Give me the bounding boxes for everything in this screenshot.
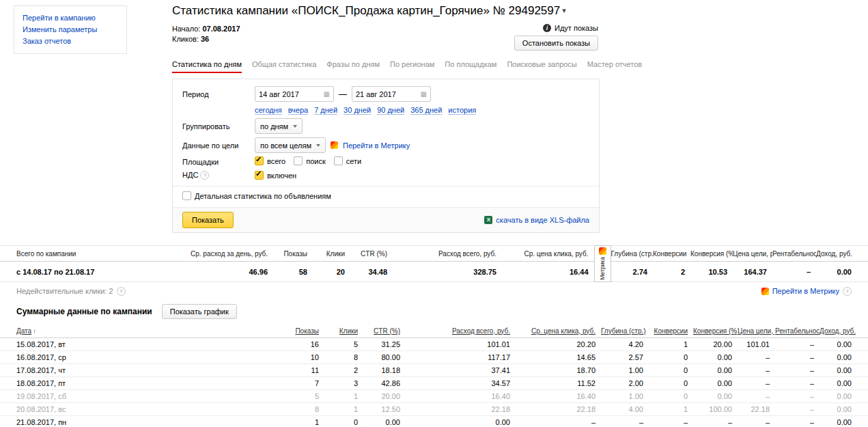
range-link-вчера[interactable]: вчера [288,106,308,115]
value-cell: 0.00 [693,376,738,389]
value-cell: – [649,415,693,427]
metrika-vertical-tab[interactable]: Метрика [594,246,611,282]
range-link-30-дней[interactable]: 30 дней [344,106,371,115]
show-button[interactable]: Показать [182,212,234,228]
daily-col-header-конверсия-(%)[interactable]: Конверсия (%) [693,325,738,338]
tab-мастер-отчетов[interactable]: Мастер отчетов [587,60,642,73]
range-link-7-дней[interactable]: 7 дней [314,106,337,115]
summary-value-cell: 0.00 [816,262,868,281]
range-link-90-дней[interactable]: 90 дней [377,106,404,115]
value-cell: 4.20 [601,338,649,350]
value-cell: – [775,415,820,427]
value-cell: – [601,415,649,427]
value-cell: 0.00 [820,402,868,415]
tab-по-регионам[interactable]: По регионам [390,60,434,73]
value-cell: 22.18 [406,402,516,415]
tab-поисковые-запросы[interactable]: Поисковые запросы [507,60,576,73]
summary-value-cell: 164.37 [733,262,772,281]
show-chart-button[interactable]: Показать график [162,304,237,319]
goal-select[interactable]: по всем целям [255,137,326,153]
table-row: 19.08.2017, сб5120.0016.4016.401.0000.00… [0,389,868,402]
value-cell: 0.00 [693,363,738,376]
main-column: Статистика кампании «ПОИСК_Продажа карти… [172,0,598,233]
grouping-select[interactable]: по дням [255,118,303,134]
value-cell: 1 [649,402,693,415]
summary-col-header: Конверсия (%) [690,246,733,262]
summary-value-cell: 34.48 [350,262,393,281]
go-to-metrika-link[interactable]: Перейти в Метрику ? [761,287,852,296]
order-reports-link[interactable]: Заказ отчетов [23,36,118,47]
value-cell: 1 [287,415,324,427]
value-cell: 101.01 [406,338,516,350]
daily-col-header-дата[interactable]: Дата↑ [0,325,287,338]
help-icon[interactable]: ? [200,171,209,180]
daily-table: Дата↑ПоказыКликиCTR (%)Расход всего, руб… [0,325,868,427]
grouping-label: Группировать [182,122,255,130]
value-cell: – [738,350,775,363]
calendar-icon[interactable]: ▦ [324,90,330,98]
range-link-сегодня[interactable]: сегодня [255,106,282,115]
daily-col-header-ср-цена-клика-руб[interactable]: Ср. цена клика, руб. [516,325,601,338]
value-cell: 0.00 [406,415,516,427]
value-cell: 0.00 [820,350,868,363]
range-link-365-дней[interactable]: 365 дней [410,106,442,115]
vat-included-checkbox[interactable]: включен [255,171,296,180]
value-cell: 14.65 [516,350,601,363]
daily-col-header-доход-руб[interactable]: Доход, руб. [820,325,868,338]
daily-col-header-расход-всего-руб[interactable]: Расход всего, руб. [406,325,516,338]
range-link-история[interactable]: история [448,106,476,115]
platform-checkbox-поиск[interactable]: поиск [294,156,326,165]
daily-col-header-рентабельность[interactable]: Рентабельность [775,325,820,338]
daily-header-row: Дата↑ПоказыКликиCTR (%)Расход всего, руб… [0,325,868,338]
table-row: 20.08.2017, вс8112.5022.1822.184.001100.… [0,402,868,415]
metrika-icon [761,288,769,295]
value-cell: 2.57 [601,350,649,363]
chevron-down-icon [293,125,297,130]
go-to-campaign-link[interactable]: Перейти в кампанию [23,12,118,24]
tab-статистика-по-дням[interactable]: Статистика по дням [172,60,242,73]
filter-panel: Период 14 авг 2017 ▦ — 21 авг 2017 ▦ сег… [172,79,600,233]
caret-down-icon[interactable]: ▾ [562,6,566,14]
platform-checkbox-сети[interactable]: сети [334,156,361,165]
summary-col-header: Глубина (стр.) [611,246,653,262]
daily-col-header-конверсии[interactable]: Конверсии [649,325,693,338]
daily-col-header-глубина-(стр-)[interactable]: Глубина (стр.) [601,325,649,338]
value-cell: 0 [649,363,693,376]
summary-col-header: Конверсии [653,246,690,262]
help-icon[interactable]: ? [843,287,852,296]
value-cell: 2.00 [601,376,649,389]
daily-col-header-ctr-(%)[interactable]: CTR (%) [363,325,406,338]
date-from-input[interactable]: 14 авг 2017 ▦ [255,86,334,102]
go-to-metrika-label: Перейти в Метрику [772,287,839,295]
calendar-icon[interactable]: ▦ [421,90,427,98]
clicks-value: 36 [201,35,209,43]
stop-impressions-button[interactable]: Остановить показы [514,36,598,51]
summary-value-cell: 46.96 [171,262,273,281]
tab-по-площадкам[interactable]: По площадкам [445,60,496,73]
value-cell: 101.01 [738,338,775,350]
value-cell: 0.00 [820,376,868,389]
daily-col-header-показы[interactable]: Показы [287,325,324,338]
help-icon[interactable]: ? [117,287,126,296]
date-cell: 15.08.2017, вт [0,338,287,350]
daily-col-header-клики[interactable]: Клики [324,325,363,338]
value-cell: 0.00 [363,415,406,427]
checkbox-unchecked-icon [294,156,303,165]
tab-фразы-по-дням[interactable]: Фразы по дням [326,60,380,73]
below-summary-row: Недействительные клики: 2 ? Перейти в Ме… [0,282,868,296]
date-to-input[interactable]: 21 авг 2017 ▦ [352,86,431,102]
value-cell: 2 [324,363,363,376]
detail-stats-checkbox[interactable]: Детальная статистика по объявлениям [182,191,331,200]
checkbox-checked-icon [255,156,264,165]
platform-checkbox-всего[interactable]: всего [255,156,285,165]
value-cell: 7 [287,376,324,389]
download-xls-link[interactable]: X скачать в виде XLS-файла [484,216,589,224]
summary-value-cell: 16.44 [502,262,594,281]
daily-col-header-цена-цели-руб[interactable]: Цена цели, руб. [738,325,775,338]
edit-parameters-link[interactable]: Изменить параметры [23,24,118,36]
detail-stats-label: Детальная статистика по объявлениям [195,192,331,200]
table-row: 21.08.2017, пн100.000.00––––––0.00 [0,415,868,427]
excel-icon: X [484,216,492,224]
tab-общая-статистика[interactable]: Общая статистика [252,60,316,73]
go-to-metrika-link[interactable]: Перейти в Метрику [343,141,410,150]
